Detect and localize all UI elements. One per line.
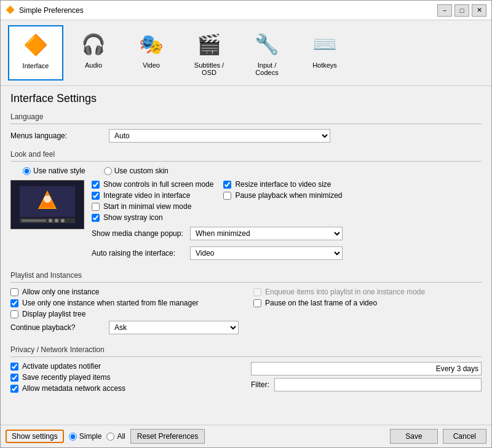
checkbox-enqueue-input[interactable] [253, 288, 261, 296]
radio-native-input[interactable] [23, 167, 31, 175]
playlist-col-left: Allow only one instance Use only one ins… [10, 288, 239, 338]
playlist-header: Playlist and Instances [10, 271, 482, 280]
checkbox-pause-label: Pause playback when minimized [235, 191, 342, 200]
checkbox-integrate[interactable]: Integrate video in interface [92, 191, 213, 200]
look-feel-header: Look and feel [10, 150, 482, 159]
radio-all-input[interactable] [106, 433, 114, 441]
menus-language-row: Menus language: Auto English French Germ… [10, 129, 482, 143]
auto-raise-label: Auto raising the interface: [92, 249, 190, 257]
checkbox-last-frame[interactable]: Pause on the last frame of a video [253, 299, 482, 307]
privacy-col-right: Filter: [251, 362, 482, 393]
radio-simple[interactable]: Simple [69, 432, 102, 441]
show-settings-button[interactable]: Show settings [6, 430, 64, 443]
scroll-area[interactable]: Language Menus language: Auto English Fr… [1, 109, 491, 425]
reset-button[interactable]: Reset Preferences [130, 429, 205, 444]
checkbox-enqueue[interactable]: Enqueue items into playlist in one insta… [253, 288, 482, 296]
checkbox-systray[interactable]: Show systray icon [92, 213, 213, 222]
privacy-header: Privacy / Network Interaction [10, 345, 482, 354]
checkbox-fullscreen[interactable]: Show controls in full screen mode [92, 180, 213, 189]
checkbox-systray-input[interactable] [92, 214, 100, 222]
maximize-button[interactable]: □ [454, 4, 469, 17]
app-icon: 🔶 [6, 6, 15, 15]
checkbox-enqueue-label: Enqueue items into playlist in one insta… [265, 288, 425, 296]
checkbox-metadata-input[interactable] [10, 385, 18, 393]
radio-custom-input[interactable] [104, 167, 112, 175]
nav-input[interactable]: 🔧 Input / Codecs [239, 25, 295, 81]
checkbox-file-manager-input[interactable] [10, 299, 18, 307]
checkbox-display-tree[interactable]: Display playlist tree [10, 310, 239, 318]
nav-audio[interactable]: 🎧 Audio [66, 25, 121, 81]
save-button[interactable]: Save [390, 429, 437, 444]
playlist-divider [10, 282, 482, 283]
nav-input-label: Input / Codecs [246, 61, 288, 76]
all-label: All [117, 432, 125, 441]
preview-area: Show controls in full screen mode Integr… [10, 180, 482, 264]
minimize-button[interactable]: − [437, 4, 452, 17]
checkbox-minimal[interactable]: Start in minimal view mode [92, 202, 213, 211]
nav-video-label: Video [143, 61, 160, 69]
checkbox-pause[interactable]: Pause playback when minimized [223, 191, 342, 200]
radio-custom[interactable]: Use custom skin [104, 167, 169, 175]
nav-interface-label: Interface [23, 62, 49, 69]
checkbox-resize-input[interactable] [223, 181, 231, 189]
privacy-section: Privacy / Network Interaction Activate u… [10, 345, 482, 393]
checkbox-two-col: Show controls in full screen mode Integr… [92, 180, 343, 222]
checkbox-recently-input[interactable] [10, 374, 18, 382]
radio-all[interactable]: All [106, 432, 125, 441]
checkbox-updates[interactable]: Activate updates notifier [10, 362, 241, 371]
checkbox-systray-label: Show systray icon [103, 213, 163, 222]
checkbox-fullscreen-input[interactable] [92, 181, 100, 189]
radio-custom-label: Use custom skin [114, 167, 169, 175]
checkbox-metadata[interactable]: Allow metadata network access [10, 384, 241, 393]
playlist-col-right: Enqueue items into playlist in one insta… [253, 288, 482, 338]
nav-bar: 🔶 Interface 🎧 Audio 🎭 Video 🎬 Subtitles … [1, 20, 491, 86]
svg-point-7 [49, 219, 52, 222]
auto-raise-select[interactable]: Video Always Never [190, 246, 343, 260]
nav-subtitles[interactable]: 🎬 Subtitles / OSD [181, 25, 237, 81]
checkbox-display-tree-label: Display playlist tree [22, 310, 85, 318]
media-change-label: Show media change popup: [92, 229, 190, 238]
checkbox-file-manager[interactable]: Use only one instance when started from … [10, 299, 239, 307]
checkbox-one-instance-label: Allow only one instance [22, 288, 99, 296]
checkbox-one-instance[interactable]: Allow only one instance [10, 288, 239, 296]
checkbox-updates-input[interactable] [10, 363, 18, 371]
nav-hotkeys-label: Hotkeys [312, 61, 337, 69]
title-bar: 🔶 Simple Preferences − □ ✕ [1, 1, 491, 20]
checkbox-minimal-input[interactable] [92, 203, 100, 211]
checkbox-last-frame-input[interactable] [253, 299, 261, 307]
cancel-button[interactable]: Cancel [443, 429, 486, 444]
radio-native[interactable]: Use native style [23, 167, 85, 175]
nav-hotkeys[interactable]: ⌨️ Hotkeys [297, 25, 352, 81]
checkbox-recently-label: Save recently played items [22, 373, 110, 382]
svg-point-9 [61, 219, 65, 222]
checkbox-display-tree-input[interactable] [10, 310, 18, 318]
menus-language-select[interactable]: Auto English French German [109, 129, 330, 143]
checkbox-last-frame-label: Pause on the last frame of a video [265, 299, 377, 307]
radio-simple-input[interactable] [69, 433, 77, 441]
checkbox-resize-label: Resize interface to video size [235, 180, 331, 189]
style-radio-group: Use native style Use custom skin [10, 167, 482, 175]
look-feel-divider [10, 161, 482, 162]
update-input[interactable] [251, 362, 482, 375]
checkbox-resize[interactable]: Resize interface to video size [223, 180, 342, 189]
checkbox-pause-input[interactable] [223, 192, 231, 200]
window-title: Simple Preferences [19, 6, 437, 15]
checkbox-one-instance-input[interactable] [10, 288, 18, 296]
filter-row: Filter: [251, 378, 482, 391]
close-button[interactable]: ✕ [472, 4, 486, 17]
nav-video[interactable]: 🎭 Video [124, 25, 179, 81]
filter-input[interactable] [274, 378, 482, 391]
window-controls: − □ ✕ [437, 4, 486, 17]
nav-subtitles-label: Subtitles / OSD [188, 61, 230, 76]
checkbox-recently[interactable]: Save recently played items [10, 373, 241, 382]
svg-point-4 [44, 195, 51, 203]
continue-select[interactable]: Ask Always Never [109, 321, 239, 334]
checkbox-integrate-input[interactable] [92, 192, 100, 200]
nav-interface[interactable]: 🔶 Interface [8, 25, 63, 81]
language-section: Language Menus language: Auto English Fr… [10, 112, 482, 143]
nav-audio-label: Audio [85, 61, 102, 69]
video-icon: 🎭 [137, 29, 166, 59]
media-change-select[interactable]: When minimized Always Never [190, 227, 343, 240]
main-window: 🔶 Simple Preferences − □ ✕ 🔶 Interface 🎧… [0, 0, 492, 448]
privacy-col-left: Activate updates notifier Save recently … [10, 362, 241, 393]
